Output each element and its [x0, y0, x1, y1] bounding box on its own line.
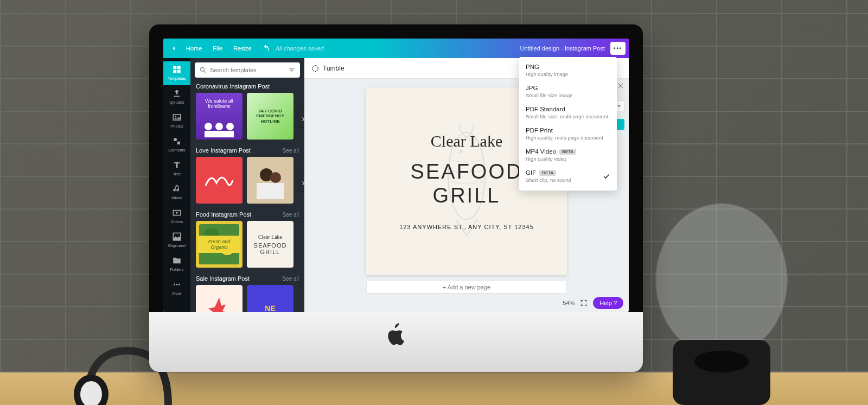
music-icon — [172, 184, 182, 194]
svg-point-18 — [200, 67, 204, 71]
side-rail: Templates Uploads Photos Elements Text M… — [163, 58, 190, 312]
export-option-pdf-standard[interactable]: PDF Standard Small file size, multi-page… — [519, 103, 617, 124]
rail-label: Photos — [170, 124, 183, 129]
canvas-area: Tumble PNG High quality image — [304, 58, 629, 312]
home-menu[interactable]: Home — [181, 45, 207, 52]
template-thumb[interactable]: Fresh and Organic — [196, 221, 242, 268]
see-all-link[interactable]: See all — [282, 148, 299, 154]
close-panel-button[interactable] — [617, 82, 624, 92]
svg-point-28 — [459, 150, 463, 153]
beta-badge: BETA — [539, 170, 556, 176]
zoom-level[interactable]: 54% — [563, 300, 575, 306]
rail-bkground[interactable]: Bkground — [163, 229, 190, 252]
search-input[interactable] — [210, 67, 285, 73]
section-title: Coronavirus Instagram Post — [196, 83, 270, 90]
svg-rect-7 — [173, 70, 176, 73]
svg-point-15 — [174, 284, 175, 286]
thumb-text: HOTLINE — [260, 119, 279, 124]
svg-point-24 — [270, 172, 281, 183]
svg-point-26 — [312, 65, 318, 71]
back-button[interactable] — [167, 45, 181, 52]
option-title: JPG — [526, 85, 538, 91]
templates-panel: Coronavirus Instagram Post We salute all… — [190, 58, 304, 312]
rail-label: Folders — [170, 267, 183, 272]
section-title: Food Instagram Post — [196, 211, 251, 218]
fullscreen-icon[interactable] — [580, 299, 588, 307]
export-option-png[interactable]: PNG High quality image — [519, 60, 617, 81]
undo-button[interactable] — [261, 44, 270, 53]
family-photo-icon — [251, 161, 289, 199]
svg-rect-25 — [257, 183, 284, 199]
file-menu[interactable]: File — [207, 45, 228, 52]
svg-point-11 — [174, 138, 177, 141]
svg-point-10 — [175, 116, 176, 117]
help-button[interactable]: Help ? — [593, 297, 623, 309]
rail-label: Bkground — [168, 243, 186, 248]
design-title[interactable]: Untitled design - Instagram Post — [520, 45, 605, 52]
rail-label: Text — [173, 172, 181, 176]
thumb-text: Clear Lake — [258, 234, 282, 240]
export-option-jpg[interactable]: JPG Small file size image — [519, 81, 617, 103]
thumb-text: We salute all — [205, 98, 233, 104]
thumb-text: frontliners! — [208, 104, 231, 109]
rail-photos[interactable]: Photos — [163, 109, 190, 133]
rail-uploads[interactable]: Uploads — [163, 85, 190, 109]
search-box[interactable] — [195, 62, 300, 78]
see-all-link[interactable]: See all — [282, 276, 299, 282]
effects-icon[interactable] — [311, 64, 320, 73]
more-button[interactable]: ••• — [610, 42, 626, 55]
close-icon — [617, 82, 624, 90]
template-thumb[interactable]: Clear Lake SEAFOODGRILL — [247, 221, 293, 268]
template-thumb[interactable] — [196, 157, 242, 204]
template-thumb[interactable] — [196, 285, 242, 312]
svg-point-20 — [215, 123, 223, 130]
option-title: PNG — [526, 64, 539, 70]
save-status: All changes saved — [276, 45, 324, 52]
section-title: Sale Instagram Post — [196, 275, 250, 282]
rail-label: Elements — [168, 148, 185, 153]
search-icon — [199, 66, 207, 74]
svg-point-2 — [656, 204, 787, 356]
export-option-gif[interactable]: GIFBETA Short clip, no sound — [519, 166, 617, 187]
thumb-text: SEAFOOD — [254, 242, 287, 249]
rail-text[interactable]: Text — [163, 157, 190, 181]
option-desc: High quality video — [526, 156, 610, 162]
template-thumb[interactable]: NE — [247, 285, 293, 312]
svg-point-16 — [176, 284, 178, 286]
rail-music[interactable]: Music — [163, 181, 190, 205]
filter-icon[interactable] — [288, 66, 296, 74]
template-thumb[interactable]: We salute allfrontliners! — [196, 93, 242, 140]
top-bar: Home File Resize All changes saved Untit… — [163, 39, 629, 58]
thumb-text: EMERGENCY — [256, 113, 284, 118]
template-thumb[interactable]: 24/7 COVIDEMERGENCYHOTLINE — [247, 93, 293, 140]
rail-folders[interactable]: Folders — [163, 252, 190, 276]
text-icon — [172, 160, 182, 170]
see-all-link[interactable]: See all — [282, 212, 299, 218]
svg-rect-12 — [177, 142, 180, 144]
rail-label: More — [172, 291, 181, 296]
option-desc: Short clip, no sound — [526, 177, 610, 183]
tumble-button[interactable]: Tumble — [323, 65, 344, 72]
svg-point-17 — [178, 284, 180, 286]
thumbs-next[interactable]: › — [299, 111, 304, 126]
add-page-button[interactable]: + Add a new page — [366, 281, 567, 294]
template-thumb[interactable] — [247, 157, 293, 204]
rail-label: Videos — [171, 219, 183, 224]
app-screen: Home File Resize All changes saved Untit… — [163, 39, 629, 312]
imac-frame: Home File Resize All changes saved Untit… — [149, 24, 643, 372]
rail-templates[interactable]: Templates — [163, 61, 190, 85]
hand-icon — [203, 292, 235, 312]
svg-rect-22 — [205, 131, 234, 137]
resize-menu[interactable]: Resize — [228, 45, 257, 52]
section-title: Love Instagram Post — [196, 147, 251, 154]
export-option-pdf-print[interactable]: PDF Print High quality, multi-page docum… — [519, 124, 617, 145]
rail-videos[interactable]: Videos — [163, 205, 190, 229]
uploads-icon — [172, 88, 182, 98]
export-option-mp4[interactable]: MP4 VideoBETA High quality video — [519, 145, 617, 166]
rail-elements[interactable]: Elements — [163, 133, 190, 157]
rail-more[interactable]: More — [163, 276, 190, 300]
svg-point-27 — [448, 132, 485, 219]
chevron-left-icon — [170, 45, 177, 52]
thumbs-next[interactable]: › — [299, 175, 304, 191]
photos-icon — [172, 112, 182, 122]
